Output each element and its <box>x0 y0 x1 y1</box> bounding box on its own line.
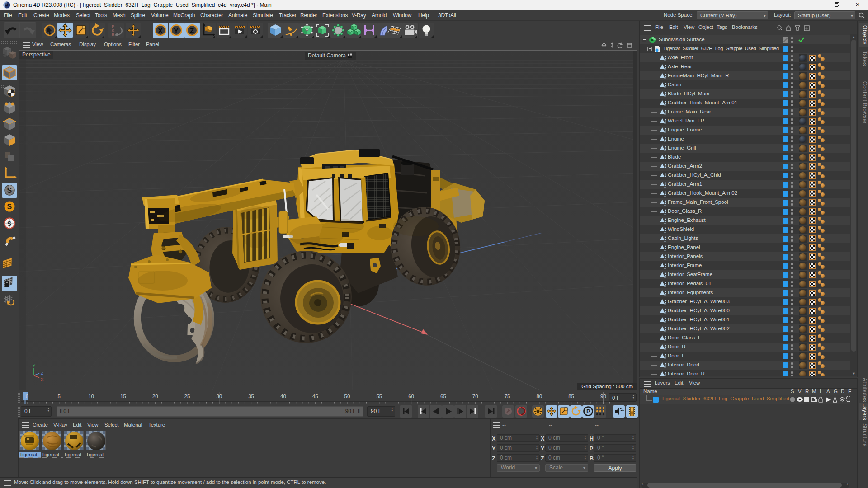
svg-text:25: 25 <box>184 394 190 399</box>
svg-text:20: 20 <box>152 394 158 399</box>
svg-text:60: 60 <box>408 394 414 399</box>
svg-text:35: 35 <box>248 394 254 399</box>
svg-text:R: R <box>112 33 115 37</box>
svg-text:85: 85 <box>568 394 574 399</box>
svg-text:10: 10 <box>88 394 94 399</box>
svg-text:15: 15 <box>120 394 126 399</box>
svg-text:S: S <box>7 187 12 194</box>
svg-text:X: X <box>158 27 163 34</box>
svg-text:65: 65 <box>440 394 446 399</box>
svg-text:70: 70 <box>472 394 478 399</box>
svg-text:0: 0 <box>26 394 28 399</box>
svg-text:45: 45 <box>312 394 318 399</box>
svg-text:50: 50 <box>344 394 350 399</box>
svg-text:P: P <box>586 408 590 415</box>
svg-text:Z: Z <box>190 27 194 34</box>
svg-text:Y: Y <box>33 363 36 368</box>
svg-text:30: 30 <box>216 394 222 399</box>
svg-text:75: 75 <box>505 394 510 399</box>
svg-text:S: S <box>7 203 12 211</box>
svg-text:80: 80 <box>536 394 542 399</box>
svg-text:40: 40 <box>280 394 286 399</box>
svg-text:5: 5 <box>58 394 61 399</box>
svg-text:Y: Y <box>174 27 179 34</box>
svg-text:90: 90 <box>600 394 606 399</box>
svg-text:X: X <box>41 377 44 382</box>
svg-text:55: 55 <box>376 394 382 399</box>
svg-text:Z: Z <box>41 371 43 375</box>
svg-text:S: S <box>7 220 11 227</box>
